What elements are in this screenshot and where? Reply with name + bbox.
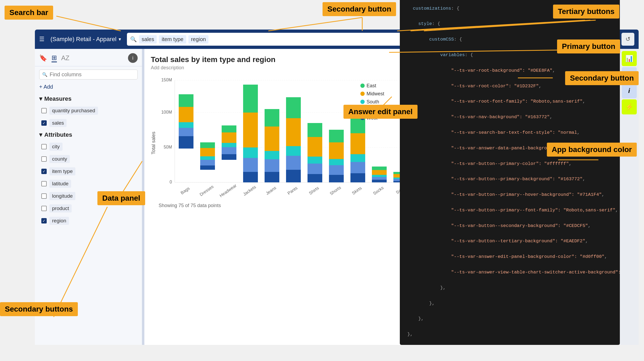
secondary-button-right-annotation: Secondary button	[565, 71, 639, 85]
hamburger-icon[interactable]: ☰	[39, 36, 45, 43]
bookmark-tab-icon[interactable]: 🔖	[39, 54, 47, 62]
app-background-color-annotation: App background color	[547, 143, 637, 157]
longitude-checkbox[interactable]	[41, 193, 47, 199]
svg-rect-18	[200, 148, 215, 156]
svg-rect-45	[329, 175, 344, 182]
sidebar-search-input[interactable]	[50, 71, 135, 78]
chart-description[interactable]: Add description	[151, 65, 276, 71]
grid-tab-icon[interactable]: ⊞	[52, 54, 57, 62]
measures-label: Measures	[44, 95, 72, 102]
data-panel-annotation: Data panel	[97, 191, 145, 205]
svg-rect-11	[179, 128, 193, 136]
svg-rect-43	[308, 137, 322, 157]
city-checkbox[interactable]	[41, 144, 47, 149]
secondary-button-annotation: Secondary button	[323, 2, 396, 16]
item-type-label: item type	[49, 167, 75, 175]
column-item-sales: ✓ sales	[35, 117, 142, 129]
right-panel: 📊 ⚙ i ⚡	[619, 49, 639, 345]
svg-rect-20	[222, 154, 236, 160]
svg-rect-50	[350, 173, 365, 182]
svg-rect-49	[329, 130, 344, 142]
search-tag-region: region	[188, 35, 209, 44]
column-item-latitude: latitude	[35, 178, 142, 190]
product-checkbox[interactable]	[41, 206, 47, 211]
info-icon: i	[628, 87, 630, 95]
svg-rect-28	[243, 113, 258, 147]
answer-edit-panel-annotation: Answer edit panel	[343, 105, 418, 119]
svg-rect-38	[286, 118, 301, 146]
svg-rect-44	[308, 123, 322, 137]
column-item-item-type: ✓ item type	[35, 165, 142, 178]
y-axis-label: Total sales	[151, 75, 156, 211]
search-icon: 🔍	[130, 36, 137, 42]
svg-text:150M: 150M	[161, 78, 172, 82]
svg-text:50M: 50M	[164, 145, 172, 149]
svg-rect-36	[286, 156, 301, 170]
attributes-chevron-icon: ▾	[39, 131, 42, 138]
search-bar-annotation: Search bar	[5, 6, 53, 20]
svg-rect-34	[265, 109, 279, 127]
county-checkbox[interactable]	[41, 156, 47, 162]
measures-section-header[interactable]: ▾ Measures	[35, 93, 142, 104]
svg-rect-21	[222, 147, 236, 154]
svg-rect-26	[243, 158, 258, 172]
attributes-section-header[interactable]: ▾ Attributes	[35, 129, 142, 140]
sidebar-info-button[interactable]: i	[128, 53, 138, 63]
svg-rect-17	[200, 156, 215, 160]
refresh-icon: ↺	[625, 36, 630, 43]
svg-rect-37	[286, 146, 301, 156]
svg-text:Dresses: Dresses	[199, 184, 214, 197]
svg-rect-22	[222, 143, 236, 147]
column-item-region: ✓ region	[35, 215, 142, 227]
region-checkbox[interactable]: ✓	[41, 218, 47, 223]
sales-checkbox[interactable]: ✓	[41, 120, 47, 126]
svg-rect-10	[179, 136, 193, 149]
county-label: county	[49, 155, 70, 163]
svg-rect-24	[222, 125, 236, 132]
datasource-label: (Sample) Retail - Apparel	[50, 36, 116, 43]
svg-rect-40	[308, 174, 322, 182]
chart-title-group: Total sales by item type and region Add …	[151, 55, 276, 71]
svg-rect-30	[265, 172, 279, 182]
svg-rect-19	[200, 142, 215, 148]
info-icon: i	[132, 55, 133, 61]
refresh-button[interactable]: ↺	[621, 33, 634, 46]
svg-text:Socks: Socks	[372, 185, 384, 196]
sort-tab-icon[interactable]: AZ	[61, 54, 69, 62]
latitude-checkbox[interactable]	[41, 181, 47, 186]
lightning-icon: ⚡	[625, 103, 633, 111]
info-panel-button[interactable]: i	[622, 83, 637, 98]
column-item-city: city	[35, 140, 142, 153]
svg-rect-55	[372, 180, 387, 182]
primary-button-annotation: Primary button	[557, 39, 620, 53]
svg-line-86	[56, 16, 121, 31]
svg-rect-57	[372, 175, 387, 177]
svg-rect-59	[372, 167, 387, 170]
svg-rect-15	[200, 165, 215, 170]
svg-rect-46	[329, 165, 344, 175]
longitude-label: longitude	[49, 192, 75, 200]
quantity-purchased-checkbox[interactable]	[41, 108, 47, 113]
product-label: product	[49, 204, 72, 212]
chart-type-button[interactable]: 📊	[622, 51, 637, 66]
svg-text:Jackets: Jackets	[242, 185, 257, 197]
svg-text:Skirts: Skirts	[351, 186, 363, 196]
column-item-county: county	[35, 153, 142, 165]
quantity-purchased-label: quantity purchased	[49, 107, 98, 115]
svg-rect-14	[179, 94, 193, 107]
svg-rect-52	[350, 154, 365, 162]
secondary-buttons-bottom-annotation: Secondary buttons	[0, 302, 78, 316]
item-type-checkbox[interactable]: ✓	[41, 169, 47, 174]
sidebar-search[interactable]: 🔍	[39, 70, 138, 80]
chevron-down-icon: ▾	[119, 36, 121, 42]
svg-text:South: South	[367, 99, 379, 104]
datasource-selector[interactable]: (Sample) Retail - Apparel ▾	[48, 34, 124, 44]
add-button[interactable]: + Add	[35, 83, 142, 93]
sidebar-search-icon: 🔍	[42, 72, 47, 77]
svg-text:East: East	[367, 83, 376, 88]
lightning-button[interactable]: ⚡	[622, 99, 637, 114]
svg-rect-33	[265, 127, 279, 151]
svg-text:Midwest: Midwest	[367, 91, 384, 96]
svg-text:Headwear: Headwear	[219, 183, 237, 198]
svg-rect-23	[222, 132, 236, 143]
